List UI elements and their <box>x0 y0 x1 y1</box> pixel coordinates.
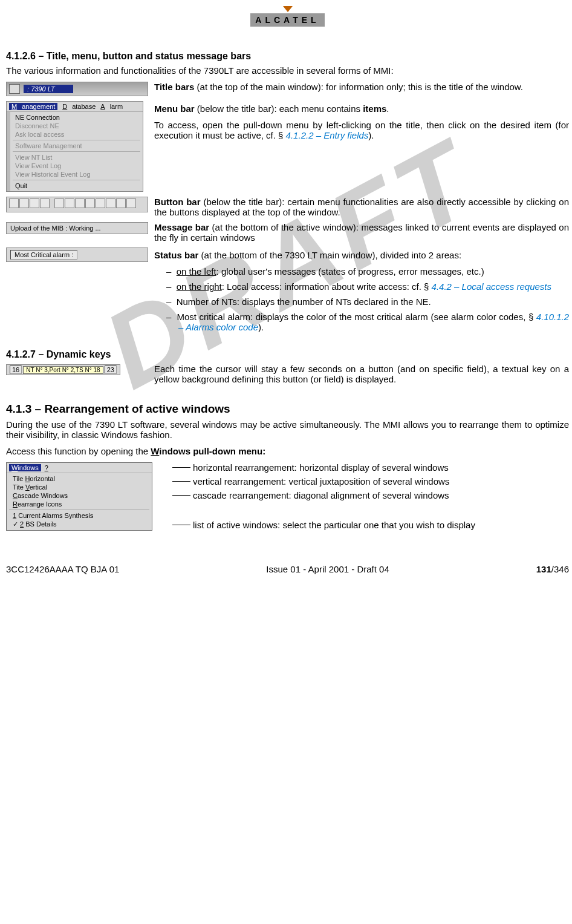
annot-horizontal: horizontal rearrangement: horizontal dis… <box>172 462 569 473</box>
menu-windows: Windows <box>9 464 41 471</box>
titlebar-screenshot: : 7390 LT <box>6 82 148 96</box>
menu-item-tile-v: Tite Vertical <box>7 483 152 491</box>
section-number: 4.1.2.7 – <box>6 349 47 359</box>
toolbar-button-icon <box>65 198 74 208</box>
brand-logo: ALCATEL <box>6 6 569 27</box>
section-413-heading: 4.1.3 – Rearrangement of active windows <box>6 402 569 416</box>
link-entry-fields[interactable]: 4.1.2.2 – Entry fields <box>286 130 369 140</box>
annot-vertical: vertical rearrangement: vertical juxtapo… <box>172 476 569 487</box>
menu-help: ? <box>45 464 48 471</box>
messagebar-description: Message bar (at the bottom of the active… <box>154 222 569 243</box>
statusbar-screenshot: Most Critical alarm : <box>6 247 148 262</box>
toolbar-button-icon <box>54 198 64 208</box>
section-title: Title, menu, button and status message b… <box>47 51 251 61</box>
toolbar-button-icon <box>9 198 19 208</box>
field-right-num: 23 <box>105 365 117 374</box>
menu-item-window2: 2 BS Details <box>7 520 152 529</box>
menu-item-tile-h: Tile Horizontal <box>7 474 152 483</box>
menu-item-view-nt: View NT List <box>10 153 143 162</box>
menu-database: Database <box>62 103 96 110</box>
statusbar-li-right: – on the right: Local access: informatio… <box>166 281 569 292</box>
menu-item-view-event: View Event Log <box>10 162 143 170</box>
section-413-p2: Access this function by opening the Wind… <box>6 446 569 456</box>
section-title: Rearrangement of active windows <box>44 402 230 415</box>
footer-doc-id: 3CC12426AAAA TQ BJA 01 <box>6 564 119 574</box>
statusbar-li-left: – on the left: global user's messages (s… <box>166 266 569 277</box>
annot-list: list of active windows: select the parti… <box>172 520 569 530</box>
brand-text: ALCATEL <box>250 13 324 27</box>
toolbar-screenshot <box>6 197 148 212</box>
section-4127-heading: 4.1.2.7 – Dynamic keys <box>6 349 569 360</box>
footer-issue: Issue 01 - April 2001 - Draft 04 <box>266 564 389 574</box>
page-footer: 3CC12426AAAA TQ BJA 01 Issue 01 - April … <box>6 564 569 574</box>
messagebar-screenshot: Upload of the MIB : Working ... <box>6 222 148 234</box>
toolbar-button-icon <box>126 198 136 208</box>
field-left-num: 16 <box>10 365 22 374</box>
menubar-description: Menu bar (below the title bar): each men… <box>154 101 569 146</box>
window-title-text: : 7390 LT <box>24 85 73 93</box>
tooltip-text: NT N° 3,Port N° 2,TS N° 18 <box>23 366 103 374</box>
menu-item-quit: Quit <box>10 182 143 190</box>
menu-item-ask-local: Ask local access <box>10 130 143 139</box>
section-413-p1: During the use of the 7390 LT software, … <box>6 419 569 440</box>
titlebar-description: Title bars (at the top of the main windo… <box>154 82 569 92</box>
menu-item-ne-connection: NE Connection <box>10 113 143 122</box>
section-number: 4.1.2.6 – <box>6 51 47 61</box>
menu-management: MManagementanagement <box>9 103 57 110</box>
footer-page-number: 131/346 <box>536 564 569 574</box>
menu-item-sw-mgmt: Software Management <box>10 142 143 150</box>
menu-item-disconnect: Disconnect NE <box>10 122 143 130</box>
menu-item-cascade: Cascade Windows <box>7 491 152 500</box>
menu-item-rearrange: Rearrange Icons <box>7 500 152 508</box>
toolbar-button-icon <box>96 198 105 208</box>
section-title: Dynamic keys <box>47 349 111 359</box>
toolbar-button-icon <box>19 198 29 208</box>
section-number: 4.1.3 – <box>6 402 44 415</box>
statusbar-description: Status bar (at the bottom of the 7390 LT… <box>154 250 569 260</box>
statusbar-field: Most Critical alarm : <box>10 250 77 260</box>
section-4126-heading: 4.1.2.6 – Title, menu, button and status… <box>6 51 569 62</box>
link-local-access[interactable]: 4.4.2 – Local access requests <box>432 281 551 292</box>
menu-item-view-hist: View Historical Event Log <box>10 170 143 179</box>
window-icon <box>9 84 20 94</box>
annot-cascade: cascade rearrangement: diagonal alignmen… <box>172 490 569 500</box>
toolbar-button-icon <box>40 198 50 208</box>
buttonbar-description: Button bar (below the title bar): certai… <box>154 197 569 217</box>
statusbar-li-nts: – Number of NTs: displays the number of … <box>166 297 569 307</box>
toolbar-button-icon <box>30 198 39 208</box>
windows-menu-screenshot: Windows ? Tile Horizontal Tite Vertical … <box>6 462 152 531</box>
menubar-screenshot: MManagementanagement Database Alarm NE C… <box>6 101 143 192</box>
dynamic-keys-description: Each time the cursor will stay a few sec… <box>154 364 569 384</box>
menu-alarm: Alarm <box>100 103 123 110</box>
tooltip-screenshot: 16 NT N° 3,Port N° 2,TS N° 18 23 <box>6 364 120 375</box>
logo-triangle-icon <box>283 6 293 12</box>
toolbar-button-icon <box>116 198 126 208</box>
menu-item-window1: 1 Current Alarms Synthesis <box>7 511 152 520</box>
toolbar-button-icon <box>85 198 95 208</box>
toolbar-button-icon <box>75 198 85 208</box>
section-4126-intro: The various information and functionalit… <box>6 65 569 76</box>
statusbar-li-alarm: – Most critical alarm: displays the colo… <box>166 312 569 332</box>
toolbar-button-icon <box>106 198 115 208</box>
